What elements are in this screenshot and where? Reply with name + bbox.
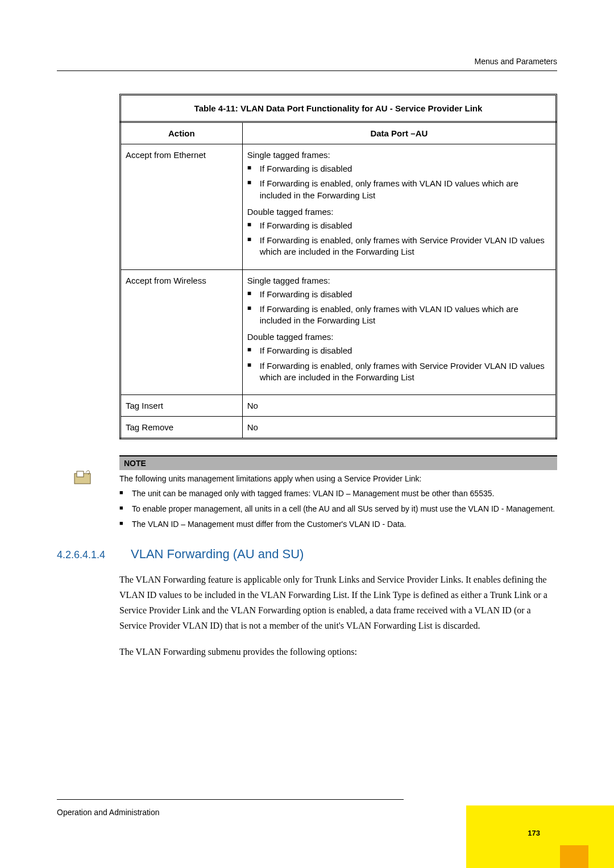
- running-header: Menus and Parameters: [57, 57, 557, 71]
- table-header-action: Action: [121, 122, 243, 144]
- bullet-item: If Forwarding is disabled: [247, 220, 551, 231]
- table-header-data-port: Data Port –AU: [242, 122, 556, 144]
- frames-label: Double tagged frames:: [247, 207, 551, 217]
- bullet-item: If Forwarding is enabled, only frames wi…: [247, 360, 551, 384]
- bullet-item: If Forwarding is disabled: [247, 345, 551, 356]
- section-heading: 4.2.6.4.1.4 VLAN Forwarding (AU and SU): [57, 547, 557, 562]
- table-caption: Table 4-11: VLAN Data Port Functionality…: [119, 94, 557, 121]
- footer-yellow-block: [466, 805, 614, 868]
- table-row: Tag Remove No: [121, 417, 557, 439]
- bullet-item: If Forwarding is enabled, only frames wi…: [247, 304, 551, 327]
- footer-orange-block: [560, 845, 588, 868]
- bullet-item: If Forwarding is enabled, only frames wi…: [247, 235, 551, 258]
- bullet-item: If Forwarding is disabled: [247, 163, 551, 175]
- table-row: Tag Insert No: [121, 395, 557, 417]
- svg-rect-1: [77, 471, 84, 477]
- frames-label: Single tagged frames:: [247, 150, 551, 160]
- note-icon: [71, 470, 94, 487]
- note-bullet: The VLAN ID – Management must differ fro…: [119, 519, 557, 530]
- section-title: VLAN Forwarding (AU and SU): [131, 547, 304, 562]
- frames-label: Single tagged frames:: [247, 276, 551, 285]
- note-intro: The following units management limitatio…: [119, 474, 557, 484]
- cell-value: No: [242, 395, 556, 417]
- frames-label: Double tagged frames:: [247, 332, 551, 342]
- footer-rule: [57, 799, 404, 800]
- note-label: NOTE: [119, 455, 557, 470]
- cell-value: No: [242, 417, 556, 439]
- cell-action: Accept from Ethernet: [121, 144, 243, 270]
- note-bullet: To enable proper management, all units i…: [119, 504, 557, 514]
- table-row: Accept from Ethernet Single tagged frame…: [121, 144, 557, 270]
- table-row: Accept from Wireless Single tagged frame…: [121, 269, 557, 395]
- section-number: 4.2.6.4.1.4: [57, 549, 131, 561]
- bullet-item: If Forwarding is disabled: [247, 289, 551, 300]
- vlan-functionality-table: Table 4-11: VLAN Data Port Functionality…: [119, 94, 557, 439]
- cell-action: Tag Remove: [121, 417, 243, 439]
- cell-action: Accept from Wireless: [121, 269, 243, 395]
- note-bullet: The unit can be managed only with tagged…: [119, 488, 557, 499]
- cell-data-port: Single tagged frames: If Forwarding is d…: [242, 269, 556, 395]
- note-block: NOTE The following units management limi…: [119, 455, 557, 530]
- body-paragraph: The VLAN Forwarding feature is applicabl…: [119, 572, 557, 634]
- footer-left-text: Operation and Administration: [57, 808, 160, 817]
- page-number: 173: [528, 829, 540, 837]
- bullet-item: If Forwarding is enabled, only frames wi…: [247, 178, 551, 201]
- cell-data-port: Single tagged frames: If Forwarding is d…: [242, 144, 556, 270]
- cell-action: Tag Insert: [121, 395, 243, 417]
- body-paragraph: The VLAN Forwarding submenu provides the…: [119, 644, 557, 659]
